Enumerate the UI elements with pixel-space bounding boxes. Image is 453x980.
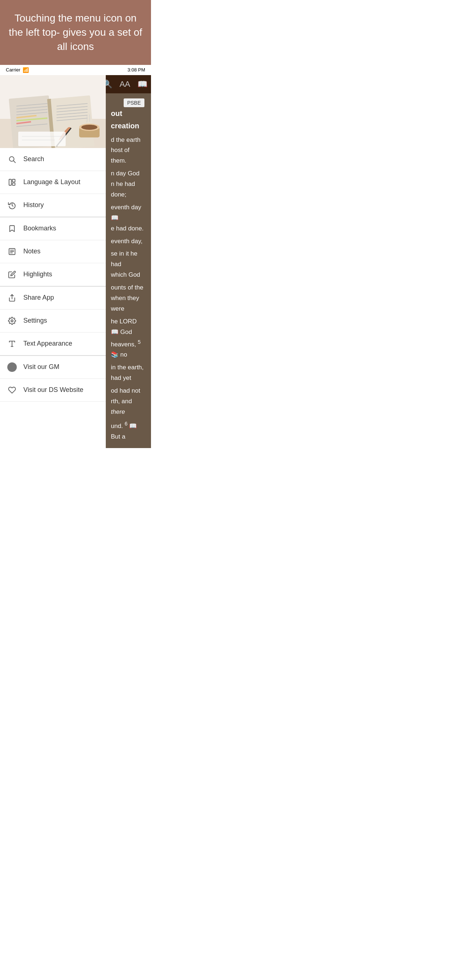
visit-ds-label: Visit our DS Website [23, 386, 83, 394]
history-label: History [23, 201, 44, 209]
main-area: Search Language & Layout H [0, 75, 151, 448]
bible-verse-3: eventh day 📖e had done. [111, 202, 146, 234]
history-icon [7, 200, 17, 210]
status-left: Carrier 📶 [6, 67, 29, 73]
bible-version-badge: PSBE [124, 99, 144, 107]
text-appearance-label: Text Appearance [23, 340, 72, 347]
drawer-image [0, 75, 106, 148]
carrier-label: Carrier [6, 67, 21, 73]
bible-book-icon: 📖 [137, 80, 147, 89]
svg-line-28 [13, 161, 15, 162]
highlights-icon [7, 270, 17, 279]
status-bar: Carrier 📶 3:08 PM [0, 65, 151, 75]
bible-verse-8: in the earth,had yet [111, 363, 146, 383]
wifi-icon: 📶 [22, 67, 29, 73]
circle-icon [7, 363, 17, 372]
svg-point-37 [11, 320, 13, 322]
svg-rect-30 [13, 179, 15, 181]
menu-item-bookmarks[interactable]: Bookmarks [0, 217, 106, 240]
share-icon [7, 293, 17, 302]
instruction-banner: Touching the menu icon on the left top- … [0, 0, 151, 65]
svg-rect-31 [13, 183, 15, 185]
text-size-icon [7, 339, 17, 348]
time-display: 3:08 PM [128, 67, 145, 73]
spiral-icon [7, 385, 17, 395]
menu-item-notes[interactable]: Notes [0, 240, 106, 263]
share-app-label: Share App [23, 294, 54, 302]
menu-item-search[interactable]: Search [0, 148, 106, 171]
bookmark-icon [7, 224, 17, 233]
notes-icon [7, 247, 17, 256]
layout-icon [7, 178, 17, 187]
svg-rect-24 [18, 132, 65, 146]
search-label: Search [23, 155, 44, 163]
bible-verse-9: od had notrth, and there [111, 386, 146, 417]
svg-rect-29 [9, 179, 11, 185]
menu-item-language-layout[interactable]: Language & Layout [0, 171, 106, 194]
bible-search-icon: 🔍 [106, 80, 112, 89]
bible-content-panel: ████ 🔍 AA 📖 PSBE out creation d the eart… [106, 75, 151, 448]
bible-verse-2: n day Godn he had done; [111, 169, 146, 200]
bible-verse-4: eventh day, [111, 236, 146, 247]
bible-verse-7: he LORD 📖 Godheavens, 5 📚 no [111, 317, 146, 360]
bible-verse-1: d the earthhost of them. [111, 135, 146, 167]
search-icon [7, 154, 17, 164]
bookmarks-label: Bookmarks [23, 224, 56, 232]
menu-item-share-app[interactable]: Share App [0, 286, 106, 310]
bible-verse-6: ounts of thewhen they were [111, 283, 146, 314]
bible-verse-10: und. 6 📖 But a [111, 419, 146, 442]
bible-text-area: out creation d the earthhost of them. n … [106, 98, 151, 448]
menu-item-text-appearance[interactable]: Text Appearance [0, 332, 106, 355]
settings-label: Settings [23, 317, 47, 325]
visit-gm-label: Visit our GM [23, 363, 59, 371]
svg-point-22 [81, 125, 97, 130]
menu-item-visit-gm[interactable]: Visit our GM [0, 356, 106, 379]
menu-item-highlights[interactable]: Highlights [0, 263, 106, 286]
menu-item-history[interactable]: History [0, 194, 106, 217]
language-layout-label: Language & Layout [23, 178, 80, 186]
bible-font-icon: AA [120, 80, 130, 89]
highlights-label: Highlights [23, 270, 52, 278]
menu-item-visit-ds[interactable]: Visit our DS Website [0, 379, 106, 402]
drawer: Search Language & Layout H [0, 75, 106, 448]
bible-top-bar: ████ 🔍 AA 📖 [106, 75, 151, 93]
settings-icon [7, 316, 17, 326]
bible-verse-5: se in it he hadwhich God [111, 249, 146, 280]
notes-label: Notes [23, 248, 40, 255]
menu-item-settings[interactable]: Settings [0, 310, 106, 332]
